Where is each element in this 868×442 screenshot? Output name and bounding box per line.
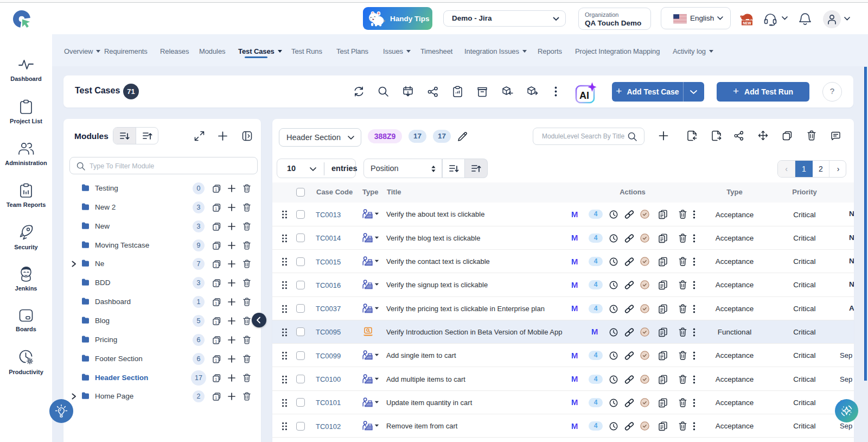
svg-text:1: 1	[215, 301, 217, 305]
svg-text:AI: AI	[579, 90, 589, 101]
svg-text:1: 1	[215, 244, 217, 248]
svg-text:1: 1	[215, 206, 217, 210]
svg-text:1: 1	[215, 358, 217, 362]
svg-text:1: 1	[215, 396, 217, 400]
svg-text:1: 1	[215, 377, 217, 381]
svg-text:1: 1	[215, 263, 217, 267]
svg-text:NEW: NEW	[743, 21, 751, 25]
svg-text:1: 1	[215, 282, 217, 286]
svg-text:1: 1	[215, 339, 217, 343]
svg-text:1: 1	[215, 320, 217, 324]
svg-text:1: 1	[215, 225, 217, 229]
svg-text:1: 1	[215, 188, 217, 192]
